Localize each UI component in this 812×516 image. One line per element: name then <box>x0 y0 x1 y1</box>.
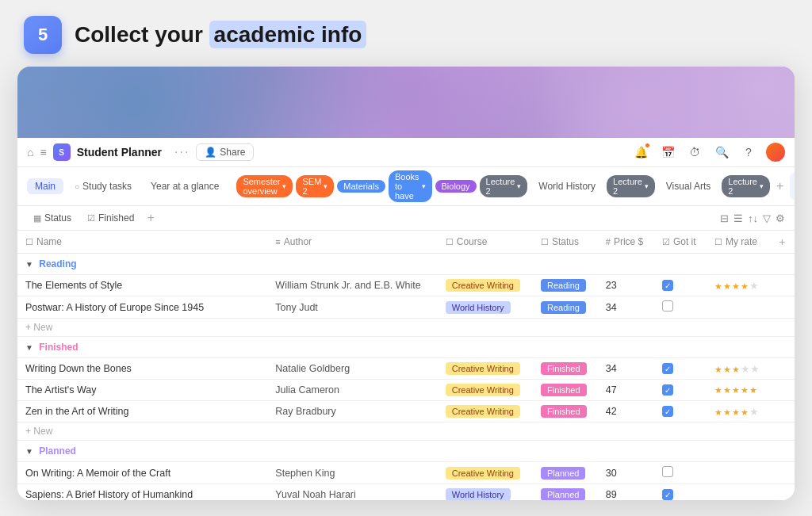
cell-price: 34 <box>598 296 654 319</box>
table-row: Writing Down the Bones Natalie Goldberg … <box>17 358 795 380</box>
col-price[interactable]: #Price $ <box>598 231 654 254</box>
cell-price: 23 <box>598 275 654 296</box>
group-arrow-reading: ▼ <box>25 260 33 269</box>
tab-bar: Main ○ Study tasks Year at a glance Seme… <box>17 167 795 206</box>
cell-author: Julia Cameron <box>267 380 437 401</box>
col-status[interactable]: ☐Status <box>533 231 598 254</box>
col-my-rate[interactable]: ☐My rate <box>707 231 771 254</box>
got-it-checkbox[interactable]: ✓ <box>662 280 673 291</box>
cell-add <box>771 380 795 401</box>
app-name: Student Planner <box>77 146 162 159</box>
add-view-button[interactable]: + <box>144 211 157 225</box>
group-label-finished[interactable]: ▼ Finished <box>17 337 795 358</box>
calendar-icon[interactable]: 📅 <box>658 143 677 162</box>
cell-status: Finished <box>533 380 598 401</box>
clock-icon[interactable]: ⏱ <box>685 143 704 162</box>
col-got-it[interactable]: ☑Got it <box>654 231 707 254</box>
table-row: Sapiens: A Brief History of Humankind Yu… <box>17 484 795 501</box>
share-icon: 👤 <box>205 147 216 158</box>
tab-materials[interactable]: Materials <box>337 180 385 193</box>
tab-visual-arts[interactable]: Visual Arts <box>658 178 718 194</box>
table-header-row: ☐Name ≡Author ☐Course ☐Status #Price $ ☑… <box>17 231 795 254</box>
tab-world-history[interactable]: World History <box>530 178 603 194</box>
home-icon[interactable]: ⌂ <box>27 146 33 159</box>
cell-course: World History <box>438 484 533 501</box>
cell-price: 47 <box>598 380 654 401</box>
tab-sem2[interactable]: SEM 2 ▾ <box>296 175 334 197</box>
cell-got-it <box>654 296 707 319</box>
templates-button[interactable]: ⊞ Templates <box>790 173 795 200</box>
finished-check-icon: ☑ <box>87 213 95 224</box>
cell-course: Creative Writing <box>438 358 533 380</box>
cell-add <box>771 358 795 380</box>
group-label-planned[interactable]: ▼ Planned <box>17 441 795 462</box>
cell-status: Reading <box>533 296 598 319</box>
notification-dot <box>645 143 650 148</box>
cell-my-rate: ★★★★★ <box>707 275 771 296</box>
group-header-finished[interactable]: ▼ Finished <box>17 337 795 358</box>
list-view-icon[interactable]: ☰ <box>733 212 743 224</box>
group-header-reading[interactable]: ▼ Reading <box>17 254 795 275</box>
add-row-reading[interactable]: + New <box>17 319 795 337</box>
got-it-checkbox[interactable]: ✓ <box>662 384 673 396</box>
step-badge: 5 <box>24 16 62 54</box>
tab-year[interactable]: Year at a glance <box>143 178 227 194</box>
got-it-checkbox[interactable]: ✓ <box>662 363 673 374</box>
view-controls: ⊟ ☰ ↑↓ ▽ ⚙ <box>720 212 785 224</box>
tab-biology[interactable]: Biology <box>435 180 477 193</box>
settings-icon[interactable]: ⚙ <box>776 212 785 224</box>
tab-lecture2c[interactable]: Lecture 2 ▾ <box>722 175 770 197</box>
cell-price: 34 <box>598 358 654 380</box>
table-row: On Writing: A Memoir of the Craft Stephe… <box>17 462 795 484</box>
group-label-reading[interactable]: ▼ Reading <box>17 254 795 275</box>
col-name[interactable]: ☐Name <box>17 231 267 254</box>
tab-semester[interactable]: Semester overview ▾ <box>236 175 293 197</box>
add-tab-button[interactable]: + <box>773 179 787 193</box>
cell-got-it: ✓ <box>654 380 707 401</box>
cell-author: Ray Bradbury <box>267 401 437 422</box>
tab-lecture2b[interactable]: Lecture 2 ▾ <box>607 175 655 197</box>
got-it-checkbox[interactable]: ✓ <box>662 489 673 500</box>
sort-icon[interactable]: ↑↓ <box>748 212 758 224</box>
group-header-planned[interactable]: ▼ Planned <box>17 441 795 462</box>
cell-course: World History <box>438 296 533 319</box>
tab-books[interactable]: Books to have ▾ <box>389 170 432 202</box>
sub-tab-status[interactable]: ▦ Status <box>27 210 78 226</box>
col-course[interactable]: ☐Course <box>438 231 533 254</box>
tab-lecture2a[interactable]: Lecture 2 ▾ <box>480 175 528 197</box>
updates-icon[interactable]: 🔔 <box>631 143 650 162</box>
cell-add <box>771 296 795 319</box>
cell-author: Natalie Goldberg <box>267 358 437 380</box>
cell-add <box>771 275 795 296</box>
app-logo: S <box>53 143 71 161</box>
add-row-finished[interactable]: + New <box>17 422 795 441</box>
grid-view-icon[interactable]: ⊟ <box>720 212 729 224</box>
more-options[interactable]: ··· <box>174 145 190 159</box>
search-icon[interactable]: 🔍 <box>712 143 731 162</box>
cell-status: Finished <box>533 401 598 422</box>
cell-got-it: ✓ <box>654 484 707 501</box>
col-author[interactable]: ≡Author <box>267 231 437 254</box>
cell-price: 89 <box>598 484 654 501</box>
sub-tab-finished[interactable]: ☑ Finished <box>81 210 140 226</box>
cell-name: Writing Down the Bones <box>17 358 267 380</box>
help-icon[interactable]: ? <box>739 143 758 162</box>
avatar[interactable] <box>766 143 785 162</box>
cell-status: Planned <box>533 462 598 484</box>
cell-my-rate <box>707 484 771 501</box>
cell-status: Finished <box>533 358 598 380</box>
tab-study-tasks[interactable]: ○ Study tasks <box>67 178 140 194</box>
cell-course: Creative Writing <box>438 275 533 296</box>
tab-main[interactable]: Main <box>27 178 63 194</box>
page-title: Collect your academic info <box>75 22 366 48</box>
got-it-checkbox[interactable] <box>662 466 673 477</box>
share-button[interactable]: 👤 Share <box>196 143 254 161</box>
got-it-checkbox[interactable]: ✓ <box>662 406 673 417</box>
filter-icon[interactable]: ▽ <box>763 212 771 224</box>
cell-got-it <box>654 462 707 484</box>
table-row: The Elements of Style William Strunk Jr.… <box>17 275 795 296</box>
menu-icon[interactable]: ≡ <box>40 146 46 159</box>
cell-name: Zen in the Art of Writing <box>17 401 267 422</box>
got-it-checkbox[interactable] <box>662 300 673 312</box>
col-add[interactable]: + <box>771 231 795 254</box>
